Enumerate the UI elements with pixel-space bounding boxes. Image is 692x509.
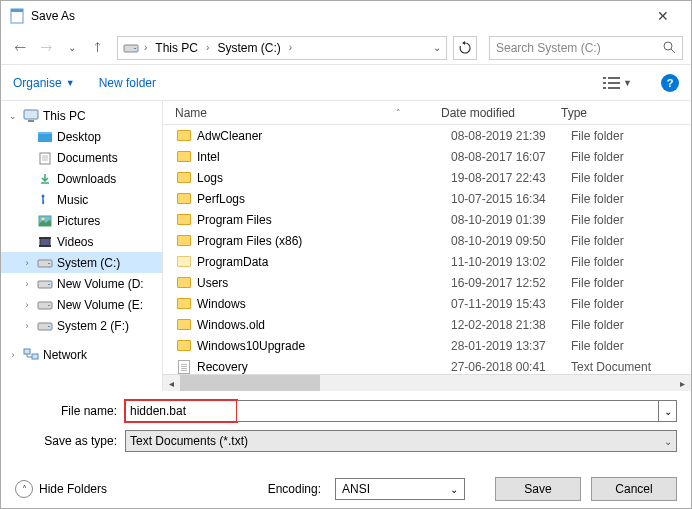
up-button[interactable]: 🡑 (87, 37, 109, 59)
file-row[interactable]: Intel08-08-2017 16:07File folder (163, 146, 691, 167)
file-row[interactable]: Windows07-11-2019 15:43File folder (163, 293, 691, 314)
column-type[interactable]: Type (561, 101, 691, 124)
scroll-left-icon[interactable]: ◂ (163, 375, 180, 391)
chevron-up-icon: ˄ (15, 480, 33, 498)
save-button[interactable]: Save (495, 477, 581, 501)
close-button[interactable]: ✕ (643, 8, 683, 24)
svg-rect-3 (134, 48, 136, 49)
saveastype-combo[interactable]: Text Documents (*.txt) ⌄ (125, 430, 677, 452)
file-row[interactable]: Program Files (x86)08-10-2019 09:50File … (163, 230, 691, 251)
file-date: 08-08-2019 21:39 (451, 129, 571, 143)
expand-icon[interactable]: › (21, 321, 33, 331)
filename-dropdown[interactable]: ⌄ (659, 400, 677, 422)
breadcrumb-drive[interactable]: System (C:) (211, 37, 286, 59)
drive-icon (37, 276, 53, 292)
tree-item[interactable]: Desktop (1, 126, 162, 147)
expand-icon[interactable]: › (21, 279, 33, 289)
address-dropdown[interactable]: ⌄ (428, 42, 444, 53)
toolbar: Organise ▼ New folder ▼ ? (1, 65, 691, 101)
file-row[interactable]: Program Files08-10-2019 01:39File folder (163, 209, 691, 230)
new-folder-button[interactable]: New folder (99, 76, 156, 90)
file-type: File folder (571, 150, 691, 164)
file-name: Intel (193, 150, 451, 164)
filename-input[interactable] (125, 400, 237, 422)
file-date: 10-07-2015 16:34 (451, 192, 571, 206)
file-date: 11-10-2019 13:02 (451, 255, 571, 269)
drive-icon (37, 255, 53, 271)
chevron-right-icon[interactable]: › (204, 42, 211, 53)
file-date: 16-09-2017 12:52 (451, 276, 571, 290)
navigation-tree[interactable]: ⌄ This PC DesktopDocumentsDownloadsMusic… (1, 101, 163, 391)
file-date: 08-08-2017 16:07 (451, 150, 571, 164)
save-form: File name: ⌄ Save as type: Text Document… (1, 391, 691, 467)
file-name: Program Files (x86) (193, 234, 451, 248)
file-date: 12-02-2018 21:38 (451, 318, 571, 332)
svg-rect-26 (39, 245, 51, 247)
expand-icon[interactable]: › (7, 350, 19, 360)
expand-icon[interactable]: › (21, 300, 33, 310)
svg-rect-10 (603, 87, 606, 89)
chevron-right-icon[interactable]: › (287, 42, 294, 53)
folder-icon (175, 214, 193, 225)
file-list-pane: Name ˄ Date modified Type AdwCleaner08-0… (163, 101, 691, 391)
breadcrumb-thispc[interactable]: This PC (149, 37, 204, 59)
tree-item[interactable]: Videos (1, 231, 162, 252)
tree-thispc[interactable]: ⌄ This PC (1, 105, 162, 126)
folder-icon (175, 319, 193, 330)
filename-input-ext[interactable] (237, 400, 659, 422)
column-name[interactable]: Name ˄ (171, 101, 441, 124)
file-row[interactable]: ProgramData11-10-2019 13:02File folder (163, 251, 691, 272)
file-type: File folder (571, 129, 691, 143)
document-icon (175, 360, 193, 374)
forward-button[interactable]: 🡒 (35, 37, 57, 59)
scroll-right-icon[interactable]: ▸ (674, 375, 691, 391)
svg-rect-13 (28, 120, 34, 122)
chevron-down-icon: ⌄ (450, 484, 458, 495)
column-date[interactable]: Date modified (441, 101, 561, 124)
hide-folders-button[interactable]: ˄ Hide Folders (15, 480, 107, 498)
tree-item[interactable]: ›System 2 (F:) (1, 315, 162, 336)
tree-item[interactable]: ›New Volume (E: (1, 294, 162, 315)
file-list[interactable]: AdwCleaner08-08-2019 21:39File folderInt… (163, 125, 691, 374)
svg-line-5 (671, 49, 675, 53)
file-name: Windows10Upgrade (193, 339, 451, 353)
file-row[interactable]: Users16-09-2017 12:52File folder (163, 272, 691, 293)
svg-rect-35 (24, 349, 30, 354)
help-button[interactable]: ? (661, 74, 679, 92)
tree-item[interactable]: Music (1, 189, 162, 210)
expand-icon[interactable]: › (21, 258, 33, 268)
refresh-button[interactable] (453, 36, 477, 60)
tree-item-label: Music (57, 193, 88, 207)
svg-rect-30 (48, 284, 50, 285)
tree-item[interactable]: Pictures (1, 210, 162, 231)
main-pane: ⌄ This PC DesktopDocumentsDownloadsMusic… (1, 101, 691, 391)
collapse-icon[interactable]: ⌄ (7, 111, 19, 121)
folder-icon (175, 172, 193, 183)
file-row[interactable]: Windows10Upgrade28-01-2019 13:37File fol… (163, 335, 691, 356)
search-input[interactable]: Search System (C:) (489, 36, 683, 60)
cancel-button[interactable]: Cancel (591, 477, 677, 501)
file-row[interactable]: Windows.old12-02-2018 21:38File folder (163, 314, 691, 335)
tree-item[interactable]: Downloads (1, 168, 162, 189)
file-name: ProgramData (193, 255, 451, 269)
view-options-button[interactable]: ▼ (598, 73, 637, 93)
tree-item[interactable]: Documents (1, 147, 162, 168)
file-row[interactable]: PerfLogs10-07-2015 16:34File folder (163, 188, 691, 209)
tree-network[interactable]: › Network (1, 344, 162, 365)
chevron-right-icon[interactable]: › (142, 42, 149, 53)
scrollbar-thumb[interactable] (180, 375, 320, 391)
horizontal-scrollbar[interactable]: ◂ ▸ (163, 374, 691, 391)
encoding-combo[interactable]: ANSI ⌄ (335, 478, 465, 500)
organise-button[interactable]: Organise ▼ (13, 76, 75, 90)
back-button[interactable]: 🡐 (9, 37, 31, 59)
file-row[interactable]: Recovery27-06-2018 00:41Text Document (163, 356, 691, 374)
file-name: Recovery (193, 360, 451, 374)
address-bar[interactable]: › This PC › System (C:) › ⌄ (117, 36, 447, 60)
drive-icon (37, 297, 53, 313)
tree-item[interactable]: ›New Volume (D: (1, 273, 162, 294)
tree-item[interactable]: ›System (C:) (1, 252, 162, 273)
filename-label: File name: (15, 404, 125, 418)
file-row[interactable]: AdwCleaner08-08-2019 21:39File folder (163, 125, 691, 146)
file-row[interactable]: Logs19-08-2017 22:43File folder (163, 167, 691, 188)
recent-dropdown[interactable]: ⌄ (61, 37, 83, 59)
